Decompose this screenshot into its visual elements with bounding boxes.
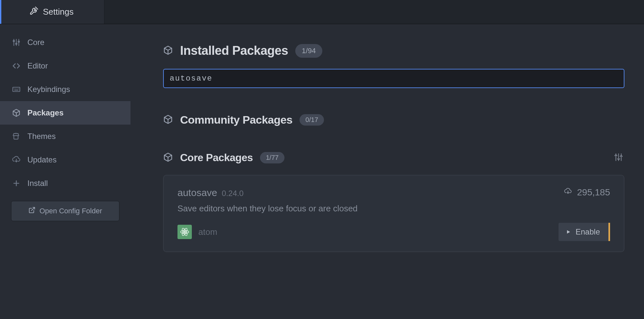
core-packages-heading: Core Packages 1/77 xyxy=(163,152,634,164)
sidebar-item-label: Updates xyxy=(27,155,56,164)
community-count-badge: 0/17 xyxy=(299,114,324,126)
core-count-badge: 1/77 xyxy=(260,152,284,163)
sidebar-item-themes[interactable]: Themes xyxy=(0,125,130,148)
svg-rect-6 xyxy=(13,87,20,92)
cloud-download-icon xyxy=(563,187,573,198)
main-panel: Installed Packages 1/94 Community Packag… xyxy=(130,24,644,319)
package-icon xyxy=(12,108,21,117)
sidebar-item-core[interactable]: Core xyxy=(0,31,130,54)
sidebar-item-label: Core xyxy=(27,38,44,47)
community-title: Community Packages xyxy=(180,114,292,126)
core-settings-icon[interactable] xyxy=(614,153,634,163)
tools-icon xyxy=(29,6,38,18)
sidebar-item-label: Install xyxy=(27,179,48,188)
svg-point-4 xyxy=(16,43,17,44)
package-description: Save editors when they lose focus or are… xyxy=(177,204,610,214)
svg-point-20 xyxy=(184,231,186,233)
keyboard-icon xyxy=(12,85,21,94)
tabbar: Settings xyxy=(0,0,644,24)
sidebar-item-label: Keybindings xyxy=(27,85,70,94)
package-icon xyxy=(163,152,173,163)
core-title: Core Packages xyxy=(180,152,253,164)
package-icon xyxy=(163,114,173,126)
tab-settings[interactable]: Settings xyxy=(0,0,104,24)
package-download-count: 295,185 xyxy=(563,187,610,198)
open-config-label: Open Config Folder xyxy=(39,207,102,215)
tab-title: Settings xyxy=(43,7,74,17)
sidebar-item-editor[interactable]: Editor xyxy=(0,54,130,78)
package-icon xyxy=(163,45,173,56)
play-icon xyxy=(566,227,571,236)
package-version: 0.24.0 xyxy=(222,189,244,198)
cloud-download-icon xyxy=(12,155,21,164)
package-filter-input[interactable] xyxy=(163,69,624,88)
sliders-icon xyxy=(12,38,21,47)
package-name: autosave xyxy=(177,187,217,198)
sidebar-item-label: Editor xyxy=(27,61,48,70)
paintbucket-icon xyxy=(12,132,21,141)
sidebar-item-keybindings[interactable]: Keybindings xyxy=(0,78,130,101)
code-icon xyxy=(12,61,21,70)
installed-count-badge: 1/94 xyxy=(295,44,322,58)
atom-logo-icon xyxy=(177,225,192,239)
installed-packages-heading: Installed Packages 1/94 xyxy=(163,44,634,58)
open-config-folder-button[interactable]: Open Config Folder xyxy=(11,201,119,221)
enable-button[interactable]: Enable xyxy=(559,223,610,241)
author-name: atom xyxy=(198,227,217,237)
enable-label: Enable xyxy=(575,227,600,236)
svg-point-5 xyxy=(18,41,19,42)
external-link-icon xyxy=(28,206,36,216)
plus-icon xyxy=(12,179,21,188)
svg-line-15 xyxy=(31,207,35,211)
download-number: 295,185 xyxy=(577,187,610,198)
sidebar-item-install[interactable]: Install xyxy=(0,172,130,195)
sidebar-item-label: Packages xyxy=(27,108,64,117)
sidebar-item-updates[interactable]: Updates xyxy=(0,148,130,172)
sidebar-item-label: Themes xyxy=(27,132,56,141)
package-card-autosave[interactable]: autosave 0.24.0 295,185 Save editors whe… xyxy=(163,175,624,252)
community-packages-heading: Community Packages 0/17 xyxy=(163,114,634,126)
installed-title: Installed Packages xyxy=(180,44,288,58)
sidebar-item-packages[interactable]: Packages xyxy=(0,101,130,125)
svg-point-3 xyxy=(13,40,14,42)
package-author[interactable]: atom xyxy=(177,225,217,239)
settings-sidebar: Core Editor Keybindings Packages xyxy=(0,24,130,319)
svg-marker-24 xyxy=(567,230,570,234)
